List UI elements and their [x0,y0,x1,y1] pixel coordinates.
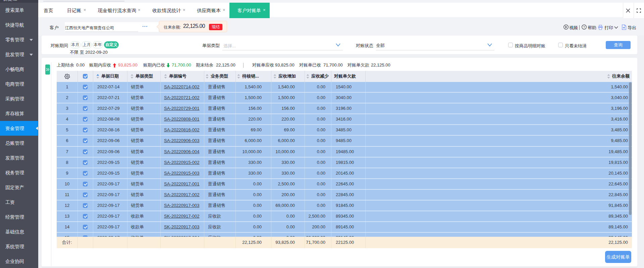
svg-text:?: ? [583,25,585,29]
